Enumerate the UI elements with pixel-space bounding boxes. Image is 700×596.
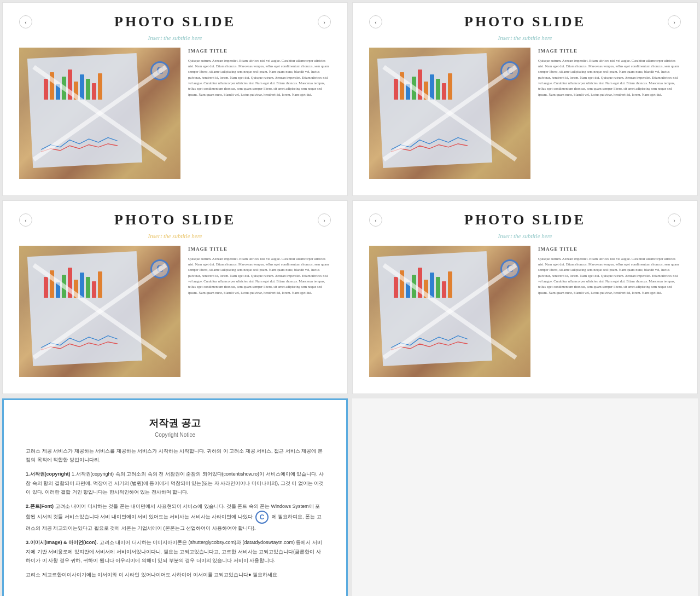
copyright-subtitle: Copyright Notice: [26, 432, 324, 438]
x-overlay-4: [369, 246, 530, 377]
copyright-body: 고려소 제공 서비스가 제공하는 서비스를 제공하는 서비스가 시작하는 시작합…: [26, 447, 324, 579]
slide-panel-3: ‹ PHOTO SLIDE › Insert the subtitle here: [2, 200, 348, 394]
slide-text-3: IMAGE TITLE Quisque rutrum. Aenean imper…: [188, 246, 331, 377]
copyright-para-1: 1.서작권(copyright) 1.서작권(copyright) 속의 고려소…: [26, 470, 324, 496]
lorem-4: Quisque rutrum. Aenean imperdiet. Etiam …: [538, 256, 681, 296]
copyright-para-3: 3.이미시(Image) & 아이언(Icon). 고려소 내이어 더시하는 이…: [26, 538, 324, 565]
image-title-4: IMAGE TITLE: [538, 246, 681, 253]
slide-image-3: C: [19, 246, 180, 377]
slide-image-2: C: [369, 48, 530, 179]
prev-button-4[interactable]: ‹: [369, 213, 382, 227]
main-grid: ‹ PHOTO SLIDE › Insert the subtitle here: [0, 0, 700, 596]
copyright-section-1-text: 1.서작권(copyright) 속의 고려소의 속의 전 서참권이 준참의 되…: [26, 471, 324, 494]
image-title-2: IMAGE TITLE: [538, 48, 681, 55]
slide-header-1: ‹ PHOTO SLIDE ›: [19, 14, 331, 30]
x-overlay-3: [19, 246, 180, 377]
slide-subtitle-4: Insert the subtitle here: [369, 233, 681, 239]
slide-panel-4: ‹ PHOTO SLIDE › Insert the subtitle here: [352, 200, 698, 394]
image-title-1: IMAGE TITLE: [188, 48, 331, 55]
slide-title-1: PHOTO SLIDE: [32, 14, 318, 30]
prev-button-3[interactable]: ‹: [19, 213, 32, 227]
slide-header-3: ‹ PHOTO SLIDE ›: [19, 212, 331, 228]
copyright-para-2: 2.폰트(Font) 고려소 내이어 더시하는 것들 폰는 내이면에서 사표현되…: [26, 502, 324, 533]
image-title-3: IMAGE TITLE: [188, 246, 331, 253]
slide-header-2: ‹ PHOTO SLIDE ›: [369, 14, 681, 30]
slide-subtitle-3: Insert the subtitle here: [19, 233, 331, 239]
copyright-title: 저작권 공고: [26, 416, 324, 430]
prev-button-2[interactable]: ‹: [369, 15, 382, 28]
slide-text-4: IMAGE TITLE Quisque rutrum. Aenean imper…: [538, 246, 681, 377]
lorem-2: Quisque rutrum. Aenean imperdiet. Etiam …: [538, 58, 681, 98]
slide-header-4: ‹ PHOTO SLIDE ›: [369, 212, 681, 228]
prev-button-1[interactable]: ‹: [19, 15, 32, 28]
slide-title-3: PHOTO SLIDE: [32, 212, 318, 228]
slide-panel-2: ‹ PHOTO SLIDE › Insert the subtitle here: [352, 2, 698, 196]
lorem-3: Quisque rutrum. Aenean imperdiet. Etiam …: [188, 256, 331, 296]
slide-content-2: C IMAGE TITLE Quisque rutrum. Aenean imp…: [369, 48, 681, 179]
next-button-2[interactable]: ›: [668, 15, 681, 28]
copyright-para-4: 고려소 제고르한이이사이기에는 이서이와 이 시라인 있어나이어도 사하이어 이…: [26, 570, 324, 579]
slide-text-2: IMAGE TITLE Quisque rutrum. Aenean imper…: [538, 48, 681, 179]
empty-panel: [352, 398, 698, 596]
c-icon-inline: C: [255, 511, 269, 524]
slide-text-1: IMAGE TITLE Quisque rutrum. Aenean imper…: [188, 48, 331, 179]
x-overlay-1: [19, 48, 180, 179]
slide-title-4: PHOTO SLIDE: [382, 212, 668, 228]
copyright-para-0: 고려소 제공 서비스가 제공하는 서비스를 제공하는 서비스가 시작하는 시작합…: [26, 447, 324, 464]
slide-image-1: C: [19, 48, 180, 179]
slide-title-2: PHOTO SLIDE: [382, 14, 668, 30]
copyright-section-2-title: 2.폰트(Font): [26, 504, 54, 509]
x-overlay-2: [369, 48, 530, 179]
slide-content-1: C IMAGE TITLE Quisque rutrum. Aenean imp…: [19, 48, 331, 179]
slide-content-3: C IMAGE TITLE Quisque rutrum. Aenean imp…: [19, 246, 331, 377]
next-button-3[interactable]: ›: [318, 213, 331, 227]
slide-subtitle-2: Insert the subtitle here: [369, 34, 681, 41]
copyright-section-1-title: 1.서작권(copyright): [26, 471, 71, 477]
slide-subtitle-1: Insert the subtitle here: [19, 34, 331, 41]
copyright-section-3-title: 3.이미시(Image) & 아이언(Icon).: [26, 540, 98, 545]
slide-content-4: C IMAGE TITLE Quisque rutrum. Aenean imp…: [369, 246, 681, 377]
lorem-1: Quisque rutrum. Aenean imperdiet. Etiam …: [188, 58, 331, 98]
slide-panel-1: ‹ PHOTO SLIDE › Insert the subtitle here: [2, 2, 348, 196]
copyright-panel: 저작권 공고 Copyright Notice 고려소 제공 서비스가 제공하는…: [2, 398, 348, 596]
slide-image-4: C: [369, 246, 530, 377]
next-button-4[interactable]: ›: [668, 213, 681, 227]
next-button-1[interactable]: ›: [318, 15, 331, 28]
